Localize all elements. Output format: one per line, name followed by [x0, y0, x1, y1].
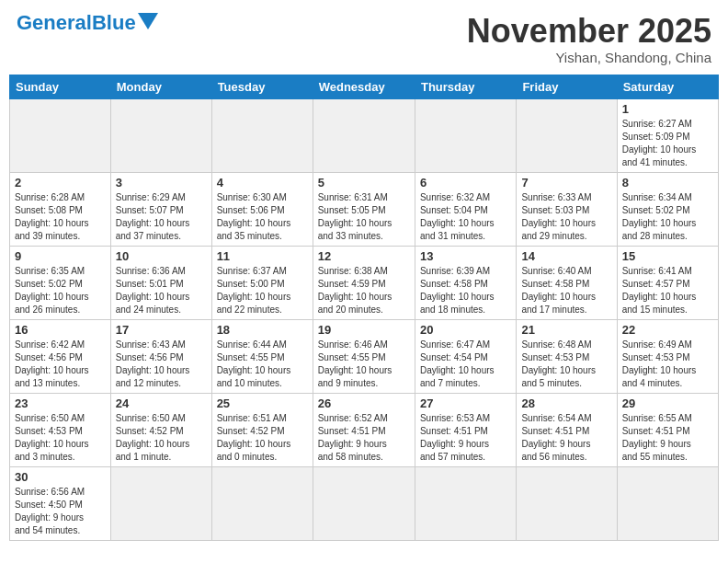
header-monday: Monday [110, 75, 211, 98]
day-10: 10 Sunrise: 6:36 AMSunset: 5:01 PMDaylig… [110, 246, 211, 319]
day-8: 8 Sunrise: 6:34 AMSunset: 5:02 PMDayligh… [617, 172, 718, 246]
logo-blue: Blue [92, 11, 136, 34]
logo: GeneralBlue [17, 13, 158, 33]
day-1: 1 Sunrise: 6:27 AMSunset: 5:09 PMDayligh… [617, 98, 718, 172]
day-9: 9 Sunrise: 6:35 AMSunset: 5:02 PMDayligh… [10, 246, 111, 319]
weekday-header-row: Sunday Monday Tuesday Wednesday Thursday… [10, 75, 719, 98]
logo-general: General [17, 11, 92, 34]
header-sunday: Sunday [10, 75, 111, 98]
day-16: 16 Sunrise: 6:42 AMSunset: 4:56 PMDaylig… [10, 319, 111, 393]
calendar-row-1: 1 Sunrise: 6:27 AMSunset: 5:09 PMDayligh… [10, 98, 719, 172]
logo-triangle-icon [138, 13, 158, 29]
day-2: 2 Sunrise: 6:28 AMSunset: 5:08 PMDayligh… [10, 172, 111, 246]
day-26: 26 Sunrise: 6:52 AMSunset: 4:51 PMDaylig… [313, 393, 415, 466]
empty-cell [517, 466, 617, 540]
day-30: 30 Sunrise: 6:56 AMSunset: 4:50 PMDaylig… [10, 466, 111, 540]
day-17: 17 Sunrise: 6:43 AMSunset: 4:56 PMDaylig… [110, 319, 211, 393]
month-title: November 2025 [467, 13, 711, 50]
day-18: 18 Sunrise: 6:44 AMSunset: 4:55 PMDaylig… [211, 319, 313, 393]
day-19: 19 Sunrise: 6:46 AMSunset: 4:55 PMDaylig… [313, 319, 415, 393]
empty-cell [211, 98, 313, 172]
day-28: 28 Sunrise: 6:54 AMSunset: 4:51 PMDaylig… [517, 393, 617, 466]
logo-text: GeneralBlue [17, 13, 136, 33]
empty-cell [211, 466, 313, 540]
header-thursday: Thursday [415, 75, 516, 98]
header-friday: Friday [517, 75, 617, 98]
day-14: 14 Sunrise: 6:40 AMSunset: 4:58 PMDaylig… [517, 246, 617, 319]
header-wednesday: Wednesday [313, 75, 415, 98]
location-subtitle: Yishan, Shandong, China [467, 50, 711, 65]
day-5: 5 Sunrise: 6:31 AMSunset: 5:05 PMDayligh… [313, 172, 415, 246]
day-22: 22 Sunrise: 6:49 AMSunset: 4:53 PMDaylig… [617, 319, 718, 393]
day-12: 12 Sunrise: 6:38 AMSunset: 4:59 PMDaylig… [313, 246, 415, 319]
day-27: 27 Sunrise: 6:53 AMSunset: 4:51 PMDaylig… [415, 393, 516, 466]
day-21: 21 Sunrise: 6:48 AMSunset: 4:53 PMDaylig… [517, 319, 617, 393]
day-13: 13 Sunrise: 6:39 AMSunset: 4:58 PMDaylig… [415, 246, 516, 319]
empty-cell [110, 466, 211, 540]
day-7: 7 Sunrise: 6:33 AMSunset: 5:03 PMDayligh… [517, 172, 617, 246]
calendar-row-3: 9 Sunrise: 6:35 AMSunset: 5:02 PMDayligh… [10, 246, 719, 319]
day-3: 3 Sunrise: 6:29 AMSunset: 5:07 PMDayligh… [110, 172, 211, 246]
svg-marker-0 [138, 13, 158, 29]
day-24: 24 Sunrise: 6:50 AMSunset: 4:52 PMDaylig… [110, 393, 211, 466]
day-11: 11 Sunrise: 6:37 AMSunset: 5:00 PMDaylig… [211, 246, 313, 319]
day-29: 29 Sunrise: 6:55 AMSunset: 4:51 PMDaylig… [617, 393, 718, 466]
header-saturday: Saturday [617, 75, 718, 98]
calendar-row-2: 2 Sunrise: 6:28 AMSunset: 5:08 PMDayligh… [10, 172, 719, 246]
day-25: 25 Sunrise: 6:51 AMSunset: 4:52 PMDaylig… [211, 393, 313, 466]
empty-cell [415, 466, 516, 540]
calendar-row-4: 16 Sunrise: 6:42 AMSunset: 4:56 PMDaylig… [10, 319, 719, 393]
empty-cell [313, 466, 415, 540]
day-15: 15 Sunrise: 6:41 AMSunset: 4:57 PMDaylig… [617, 246, 718, 319]
calendar-table: Sunday Monday Tuesday Wednesday Thursday… [9, 75, 719, 541]
calendar-row-6: 30 Sunrise: 6:56 AMSunset: 4:50 PMDaylig… [10, 466, 719, 540]
day-20: 20 Sunrise: 6:47 AMSunset: 4:54 PMDaylig… [415, 319, 516, 393]
empty-cell [110, 98, 211, 172]
header-tuesday: Tuesday [211, 75, 313, 98]
day-23: 23 Sunrise: 6:50 AMSunset: 4:53 PMDaylig… [10, 393, 111, 466]
empty-cell [415, 98, 516, 172]
empty-cell [517, 98, 617, 172]
empty-cell [10, 98, 111, 172]
page-header: GeneralBlue November 2025 Yishan, Shando… [9, 9, 719, 69]
day-6: 6 Sunrise: 6:32 AMSunset: 5:04 PMDayligh… [415, 172, 516, 246]
title-block: November 2025 Yishan, Shandong, China [467, 13, 711, 65]
empty-cell [617, 466, 718, 540]
calendar-row-5: 23 Sunrise: 6:50 AMSunset: 4:53 PMDaylig… [10, 393, 719, 466]
day-4: 4 Sunrise: 6:30 AMSunset: 5:06 PMDayligh… [211, 172, 313, 246]
empty-cell [313, 98, 415, 172]
